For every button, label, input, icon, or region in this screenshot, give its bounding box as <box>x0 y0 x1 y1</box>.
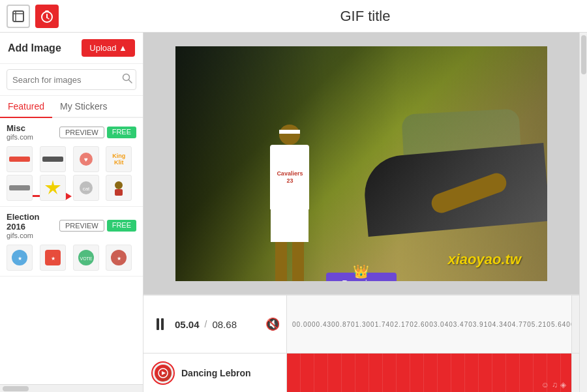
total-time: 08.68 <box>212 319 237 330</box>
leg-right <box>292 242 304 281</box>
decoration-3: ◈ <box>560 380 566 389</box>
sticker-item[interactable]: ★ <box>7 245 33 271</box>
tab-my-stickers[interactable]: My Stickers <box>52 96 115 118</box>
timeline-controls: 05.04 / 08.68 🔇 <box>143 295 287 353</box>
clip-decorations: ☺ ♫ ◈ <box>541 380 566 389</box>
svg-text:★: ★ <box>117 256 121 262</box>
volume-icon[interactable]: 🔇 <box>265 317 280 331</box>
search-input[interactable] <box>12 75 122 85</box>
lebron-legs <box>275 242 304 281</box>
search-box[interactable] <box>7 69 136 90</box>
gif-canvas: Cavaliers23 xiaoyao.tw 👑 Premium <box>175 46 547 281</box>
crop-tool-button[interactable] <box>7 5 30 28</box>
right-scrollbar-bottom[interactable] <box>571 354 579 392</box>
clip-name: Dancing Lebron <box>181 368 251 378</box>
watermark: xiaoyao.tw <box>448 251 521 268</box>
lebron-head <box>279 125 300 145</box>
gif-title: GIF title <box>150 8 580 25</box>
timeline-numbers: 00.0000.4300.8701.3001.7402.1702.6003.04… <box>292 321 571 328</box>
misc-preview-button[interactable]: PREVIEW <box>59 127 104 138</box>
sidebar: Add Image Upload ▲ Featured My S <box>0 33 143 392</box>
car-element <box>365 98 547 229</box>
sticker-item[interactable] <box>7 175 33 201</box>
tab-featured[interactable]: Featured <box>0 96 52 118</box>
premium-button-container: 👑 Premium <box>326 273 397 281</box>
top-bar-left <box>7 5 150 28</box>
add-image-label: Add Image <box>8 42 61 54</box>
svg-line-8 <box>129 80 132 83</box>
sticker-item[interactable]: cat <box>73 175 99 201</box>
search-icon <box>122 73 132 86</box>
clip-thumbnail <box>151 361 175 385</box>
timeline-area: 05.04 / 08.68 🔇 00.0000.4300.8701.3001.7… <box>143 294 579 353</box>
svg-marker-11 <box>45 180 61 194</box>
time-separator: / <box>205 319 207 329</box>
sticker-item[interactable]: ★ <box>40 245 66 271</box>
sticker-section-election-header: Election 2016 gifs.com PREVIEW FREE <box>7 212 136 239</box>
leg-left <box>275 242 287 281</box>
tabs-row: Featured My Stickers <box>0 96 143 118</box>
scrollbar-thumb-h <box>3 386 29 391</box>
sticker-item[interactable]: ♥ <box>73 146 99 172</box>
clip-thumb-inner <box>155 365 172 382</box>
svg-text:♥: ♥ <box>84 156 88 163</box>
upload-button-label: Upload ▲ <box>89 43 127 53</box>
sidebar-header: Add Image Upload ▲ <box>0 33 143 64</box>
election-free-badge: FREE <box>107 220 136 232</box>
sidebar-scrollbar-h[interactable] <box>0 384 143 392</box>
lebron-shorts <box>271 209 309 241</box>
section-meta-misc: Misc gifs.com <box>7 123 33 141</box>
scrollbar-vertical[interactable] <box>579 33 587 392</box>
lebron-headband <box>279 130 300 134</box>
sticker-section-misc-header: Misc gifs.com PREVIEW FREE <box>7 123 136 141</box>
svg-rect-6 <box>45 10 49 12</box>
svg-text:cat: cat <box>82 186 89 192</box>
premium-button[interactable]: 👑 Premium <box>326 273 397 281</box>
main-content: Cavaliers23 xiaoyao.tw 👑 Premium <box>143 33 579 392</box>
sticker-section-election: Election 2016 gifs.com PREVIEW FREE ★ <box>0 207 143 277</box>
section-election-actions: PREVIEW FREE <box>59 220 136 232</box>
svg-point-14 <box>115 181 123 189</box>
sidebar-scroll[interactable]: Misc gifs.com PREVIEW FREE <box>0 118 143 384</box>
clip-left: Dancing Lebron <box>143 354 287 392</box>
svg-line-5 <box>47 18 49 19</box>
svg-text:VOTE: VOTE <box>80 256 92 261</box>
svg-text:★: ★ <box>50 256 55 262</box>
timer-tool-button[interactable] <box>35 5 59 28</box>
crown-icon: 👑 <box>353 264 369 279</box>
top-bar: GIF title <box>0 0 587 33</box>
clip-bar[interactable]: ☺ ♫ ◈ <box>287 354 571 392</box>
sticker-item[interactable] <box>40 146 66 172</box>
section-meta-election: Election 2016 gifs.com <box>7 212 59 239</box>
svg-marker-25 <box>162 371 166 375</box>
timeline-row: 05.04 / 08.68 🔇 00.0000.4300.8701.3001.7… <box>143 295 579 353</box>
right-scrollbar[interactable] <box>571 295 579 353</box>
clip-row: Dancing Lebron ☺ ♫ ◈ <box>143 353 579 392</box>
canvas-area: Cavaliers23 xiaoyao.tw 👑 Premium <box>143 33 579 294</box>
sticker-item[interactable] <box>40 175 66 201</box>
section-misc-actions: PREVIEW FREE <box>59 127 136 138</box>
election-sticker-grid: ★ ★ VOTE ★ <box>7 245 136 271</box>
sticker-item[interactable]: VOTE <box>73 245 99 271</box>
sticker-item[interactable] <box>106 175 132 201</box>
decoration-2: ♫ <box>552 380 558 389</box>
svg-text:★: ★ <box>18 256 22 262</box>
misc-sticker-grid: ♥ KingKlit cat <box>7 146 136 201</box>
main-layout: Add Image Upload ▲ Featured My S <box>0 33 587 392</box>
timeline-track[interactable]: 00.0000.4300.8701.3001.7402.1702.6003.04… <box>287 295 571 353</box>
sticker-item[interactable]: KingKlit <box>106 146 132 172</box>
sticker-section-misc: Misc gifs.com PREVIEW FREE <box>0 118 143 207</box>
decoration-1: ☺ <box>541 380 549 389</box>
sticker-item[interactable]: ★ <box>106 245 132 271</box>
svg-rect-15 <box>115 189 123 196</box>
lebron-jersey: Cavaliers23 <box>270 145 309 209</box>
svg-rect-0 <box>13 11 23 22</box>
upload-button[interactable]: Upload ▲ <box>82 39 135 57</box>
current-time: 05.04 <box>175 319 200 330</box>
election-preview-button[interactable]: PREVIEW <box>59 220 104 232</box>
pause-icon <box>157 318 164 330</box>
search-area <box>0 64 143 96</box>
pause-button[interactable] <box>150 314 170 334</box>
clip-bar-pattern <box>287 354 571 392</box>
sticker-item[interactable] <box>7 146 33 172</box>
